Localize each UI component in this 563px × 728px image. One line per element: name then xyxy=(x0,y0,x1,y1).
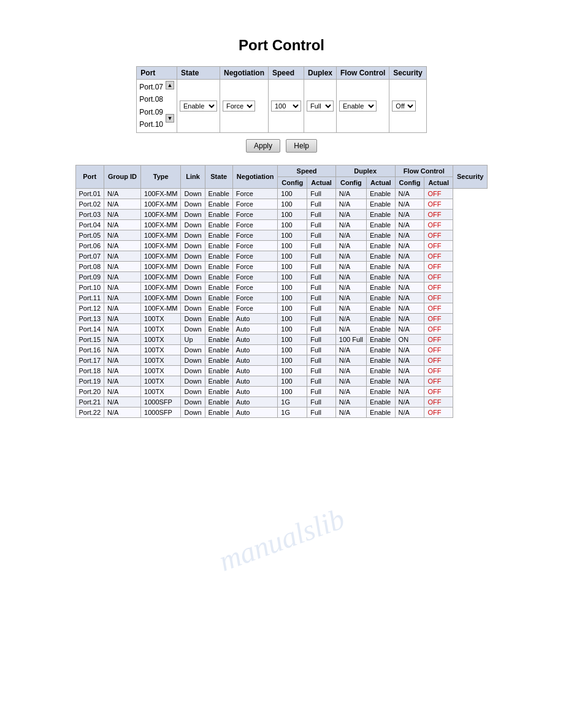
table-cell: 100TX xyxy=(141,334,181,344)
security-select[interactable]: Off On xyxy=(392,100,416,112)
table-cell: N/A xyxy=(335,324,366,334)
table-cell: Port.16 xyxy=(75,344,104,355)
table-cell: OFF xyxy=(424,292,453,303)
table-row: Port.21N/A1000SFPDownEnableAuto1GFullN/A… xyxy=(75,396,488,407)
col-speed: Speed xyxy=(269,67,304,80)
speed-select[interactable]: 10 100 1000 xyxy=(271,100,301,112)
table-cell: Enable xyxy=(205,324,232,334)
table-cell: 100TX xyxy=(141,344,181,355)
table-cell: 100FX-MM xyxy=(141,230,181,240)
table-cell: Enable xyxy=(205,407,232,417)
table-cell: Port.10 xyxy=(75,282,104,292)
table-cell: Down xyxy=(181,271,205,282)
table-cell: Port.19 xyxy=(75,376,104,386)
port-07-label: Port.07 xyxy=(139,81,163,93)
table-cell: Port.01 xyxy=(75,188,104,199)
table-cell: Enable xyxy=(205,355,232,365)
apply-button[interactable]: Apply xyxy=(246,139,280,153)
th-negotiation: Negotiation xyxy=(232,165,278,188)
table-cell: Down xyxy=(181,292,205,303)
col-duplex: Duplex xyxy=(304,67,337,80)
table-cell: Full xyxy=(307,313,336,324)
table-cell: OFF xyxy=(424,282,453,292)
table-cell: Full xyxy=(307,199,336,209)
table-row: Port.20N/A100TXDownEnableAuto100FullN/AE… xyxy=(75,386,488,396)
col-security: Security xyxy=(389,67,426,80)
table-cell: Enable xyxy=(205,271,232,282)
table-cell: N/A xyxy=(104,344,141,355)
table-cell: Port.12 xyxy=(75,303,104,313)
table-cell: Enable xyxy=(366,344,395,355)
table-cell: Enable xyxy=(366,230,395,240)
table-cell: N/A xyxy=(395,313,424,324)
table-row: Port.13N/A100TXDownEnableAuto100FullN/AE… xyxy=(75,313,488,324)
table-cell: Enable xyxy=(205,376,232,386)
col-port: Port xyxy=(137,67,177,80)
table-cell: Down xyxy=(181,344,205,355)
help-button[interactable]: Help xyxy=(286,139,317,153)
table-cell: Down xyxy=(181,303,205,313)
table-cell: Enable xyxy=(205,344,232,355)
table-cell: Down xyxy=(181,282,205,292)
scroll-up-btn[interactable]: ▲ xyxy=(166,81,174,89)
table-cell: N/A xyxy=(104,251,141,261)
th-duplex-group: Duplex xyxy=(335,165,395,176)
flow-control-select[interactable]: Enable Disable xyxy=(339,100,377,112)
table-cell: Down xyxy=(181,355,205,365)
negotiation-select[interactable]: Force Auto xyxy=(223,100,255,112)
table-cell: N/A xyxy=(104,407,141,417)
table-cell: 100FX-MM xyxy=(141,240,181,251)
table-row: Port.15N/A100TXUpEnableAuto100Full100 Fu… xyxy=(75,334,488,344)
table-cell: OFF xyxy=(424,209,453,219)
table-cell: Port.14 xyxy=(75,324,104,334)
table-cell: N/A xyxy=(335,219,366,230)
table-cell: Auto xyxy=(232,376,278,386)
table-cell: Down xyxy=(181,313,205,324)
table-cell: Auto xyxy=(232,324,278,334)
table-cell: Auto xyxy=(232,386,278,396)
table-cell: N/A xyxy=(104,292,141,303)
table-cell: Enable xyxy=(366,209,395,219)
th-speed-config: Config xyxy=(278,176,307,188)
table-cell: 100TX xyxy=(141,376,181,386)
table-cell: Down xyxy=(181,386,205,396)
table-cell: Down xyxy=(181,230,205,240)
table-cell: Port.05 xyxy=(75,230,104,240)
table-cell: 100 xyxy=(278,355,307,365)
table-cell: 100 xyxy=(278,334,307,344)
table-cell: Enable xyxy=(205,251,232,261)
table-cell: 100 xyxy=(278,386,307,396)
col-state: State xyxy=(177,67,220,80)
table-cell: Enable xyxy=(205,261,232,271)
table-row: Port.16N/A100TXDownEnableAuto100FullN/AE… xyxy=(75,344,488,355)
table-cell: N/A xyxy=(395,240,424,251)
table-cell: N/A xyxy=(395,219,424,230)
table-cell: Enable xyxy=(366,376,395,386)
table-cell: N/A xyxy=(395,230,424,240)
table-cell: Port.17 xyxy=(75,355,104,365)
table-cell: Enable xyxy=(205,292,232,303)
table-row: Port.08N/A100FX-MMDownEnableForce100Full… xyxy=(75,261,488,271)
duplex-select[interactable]: Full Half xyxy=(307,100,334,112)
table-cell: 100FX-MM xyxy=(141,219,181,230)
table-cell: Enable xyxy=(205,386,232,396)
table-cell: Down xyxy=(181,376,205,386)
table-cell: N/A xyxy=(395,271,424,282)
table-cell: N/A xyxy=(335,376,366,386)
speed-cell: 10 100 1000 xyxy=(269,80,304,133)
table-cell: N/A xyxy=(104,219,141,230)
table-cell: OFF xyxy=(424,251,453,261)
table-cell: 100 xyxy=(278,199,307,209)
table-cell: 100TX xyxy=(141,324,181,334)
table-cell: N/A xyxy=(335,303,366,313)
th-type: Type xyxy=(141,165,181,188)
scroll-down-btn[interactable]: ▼ xyxy=(166,114,174,123)
table-cell: OFF xyxy=(424,199,453,209)
table-cell: ON xyxy=(395,334,424,344)
table-cell: N/A xyxy=(104,355,141,365)
table-cell: Force xyxy=(232,240,278,251)
negotiation-cell: Force Auto xyxy=(220,80,269,133)
th-duplex-actual: Actual xyxy=(366,176,395,188)
table-cell: OFF xyxy=(424,261,453,271)
state-select[interactable]: Enable Disable xyxy=(180,100,217,112)
